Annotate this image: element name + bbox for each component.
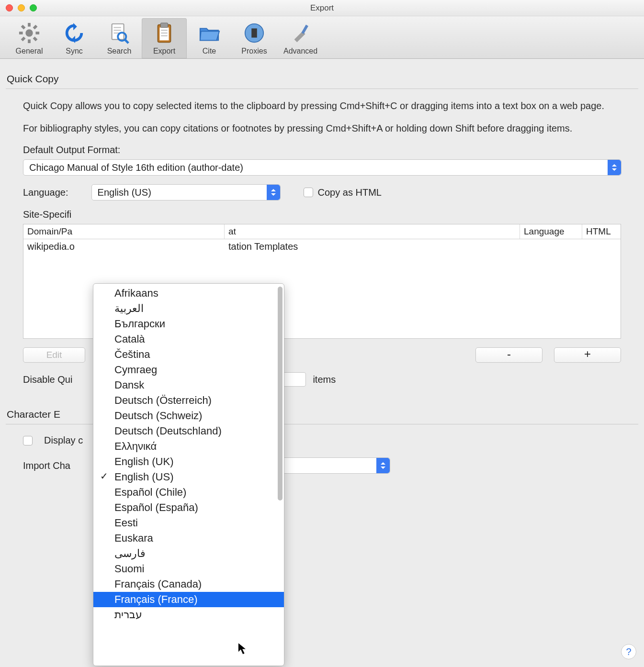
prefs-toolbar: General Sync Search Export Cite Proxies [0, 16, 644, 59]
tab-general[interactable]: General [7, 18, 52, 58]
tab-label: General [13, 47, 45, 56]
cell-format: tation Templates [225, 239, 520, 254]
edit-button[interactable]: Edit [23, 347, 85, 363]
description-1: Quick Copy allows you to copy selected i… [23, 100, 621, 112]
display-checkbox[interactable] [23, 436, 33, 445]
svg-line-8 [22, 38, 25, 41]
cell-html [582, 239, 621, 254]
language-option[interactable]: Deutsch (Deutschland) [93, 423, 284, 439]
column-language[interactable]: Language [520, 224, 582, 239]
chevron-up-down-icon [608, 160, 621, 175]
copy-as-html-checkbox[interactable] [304, 188, 313, 197]
tab-sync[interactable]: Sync [52, 18, 97, 58]
remove-button[interactable]: - [475, 347, 542, 363]
language-option[interactable]: Cymraeg [93, 362, 284, 378]
svg-point-0 [25, 29, 33, 36]
tab-proxies[interactable]: Proxies [232, 18, 277, 58]
language-option[interactable]: English (US) [93, 469, 284, 485]
window-title: Export [310, 3, 334, 13]
tab-label: Advanced [283, 47, 317, 56]
tab-search[interactable]: Search [97, 18, 142, 58]
add-button[interactable]: + [554, 347, 621, 363]
clipboard-icon [151, 20, 177, 46]
language-select[interactable]: English (US) [91, 184, 281, 200]
column-format[interactable]: at [225, 224, 520, 239]
language-option[interactable]: فارسی [93, 546, 284, 561]
zoom-button[interactable] [30, 4, 37, 11]
language-option[interactable]: Ελληνικά [93, 439, 284, 454]
folder-icon [196, 20, 222, 46]
language-option[interactable]: Български [93, 316, 284, 332]
globe-door-icon [241, 20, 267, 46]
language-option[interactable]: Eesti [93, 515, 284, 531]
output-format-label: Default Output Format: [23, 145, 638, 156]
tab-cite[interactable]: Cite [187, 18, 232, 58]
close-button[interactable] [6, 4, 13, 11]
sync-icon [61, 20, 87, 46]
language-option[interactable]: Français (France) [93, 592, 284, 607]
copy-as-html-option[interactable]: Copy as HTML [304, 187, 382, 198]
language-option[interactable]: Euskara [93, 531, 284, 546]
language-option[interactable]: Français (Canada) [93, 577, 284, 592]
tools-icon [288, 20, 314, 46]
table-row[interactable]: wikipedia.o tation Templates [23, 239, 621, 254]
tab-label: Search [103, 47, 135, 56]
site-specific-label: Site-Specifi [23, 209, 638, 220]
language-option[interactable]: Čeština [93, 347, 284, 362]
output-format-value: Chicago Manual of Style 16th edition (au… [29, 162, 243, 173]
language-value: English (US) [98, 187, 151, 198]
dropdown-scrollbar[interactable] [278, 287, 282, 500]
table-header: Domain/Pa at Language HTML [23, 224, 621, 239]
tab-advanced[interactable]: Advanced [277, 18, 324, 58]
tab-label: Proxies [238, 47, 270, 56]
language-option[interactable]: Dansk [93, 378, 284, 393]
language-option[interactable]: עברית [93, 607, 284, 623]
section-title: Quick Copy [7, 73, 638, 85]
tab-label: Cite [193, 47, 225, 56]
language-option[interactable]: English (UK) [93, 454, 284, 469]
titlebar: Export [0, 0, 644, 16]
language-option[interactable]: Español (España) [93, 500, 284, 515]
cell-domain: wikipedia.o [23, 239, 225, 254]
svg-rect-16 [159, 28, 169, 41]
tab-export[interactable]: Export [142, 18, 187, 58]
column-domain[interactable]: Domain/Pa [23, 224, 225, 239]
minimize-button[interactable] [18, 4, 25, 11]
output-format-select[interactable]: Chicago Manual of Style 16th edition (au… [23, 159, 621, 176]
copy-as-html-label: Copy as HTML [318, 187, 382, 198]
chevron-up-down-icon [267, 185, 280, 200]
divider [6, 89, 638, 89]
svg-line-14 [125, 39, 129, 43]
language-option[interactable]: Suomi [93, 561, 284, 577]
import-encoding-label: Import Cha [23, 460, 70, 471]
disable-label-left: Disable Qui [23, 374, 72, 385]
language-option[interactable]: العربية [93, 301, 284, 316]
help-button[interactable]: ? [621, 644, 636, 659]
language-option[interactable]: Español (Chile) [93, 485, 284, 500]
column-html[interactable]: HTML [582, 224, 621, 239]
svg-rect-22 [251, 28, 257, 37]
svg-line-6 [34, 38, 37, 41]
window-controls [6, 4, 37, 11]
language-dropdown[interactable]: AfrikaansالعربيةБългарскиCatalàČeštinaCy… [93, 283, 284, 666]
language-label: Language: [23, 187, 68, 198]
language-option[interactable]: Català [93, 332, 284, 347]
language-option[interactable]: Deutsch (Österreich) [93, 393, 284, 408]
svg-rect-17 [160, 23, 168, 28]
svg-line-7 [34, 26, 37, 29]
disable-label-right: items [313, 374, 336, 385]
search-document-icon [106, 20, 132, 46]
chevron-up-down-icon [376, 458, 390, 473]
tab-label: Sync [58, 47, 90, 56]
gear-icon [16, 20, 42, 46]
svg-line-5 [22, 26, 25, 29]
svg-rect-23 [301, 25, 308, 34]
language-option[interactable]: Afrikaans [93, 286, 284, 301]
language-option[interactable]: Deutsch (Schweiz) [93, 408, 284, 423]
display-label: Display c [44, 435, 83, 446]
description-2: For bibliography styles, you can copy ci… [23, 122, 621, 135]
tab-label: Export [148, 47, 180, 56]
cell-lang [520, 239, 582, 254]
